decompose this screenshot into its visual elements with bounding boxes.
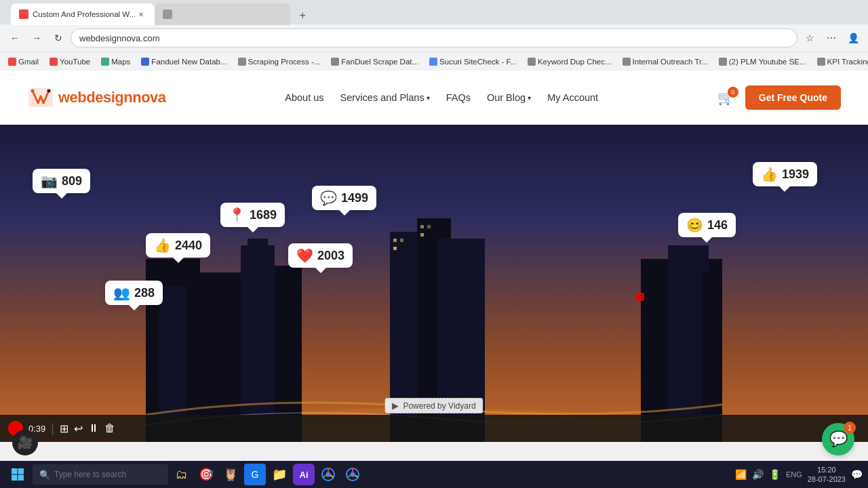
nav-faqs[interactable]: FAQs [446,92,471,103]
svg-rect-9 [248,239,268,245]
bubble-value: 288 [134,286,155,300]
bubble-value: 1939 [782,167,809,182]
system-clock: 15:20 28-07-2023 [808,465,846,485]
bubble-location: 📍 1689 [220,203,285,227]
bubble-value: 2440 [175,239,202,253]
logo-main: webdesign [58,89,132,106]
page-content: webdesignnova About us Services and Plan… [0,70,868,442]
extensions-button[interactable]: ⋯ [822,28,841,47]
nav-blog[interactable]: Our Blog ▾ [487,92,531,103]
nav-about[interactable]: About us [285,92,323,103]
pause-button[interactable]: ⏸ [88,422,99,434]
profile-button[interactable]: 👤 [844,28,863,47]
chrome2-icon [346,468,359,481]
taskbar-search[interactable]: 🔍 [33,464,168,485]
red-pin [636,293,644,301]
svg-rect-20 [427,225,431,228]
chat-icon: 💬 [829,430,848,448]
bookmark-scraping[interactable]: Scraping Process -... [235,56,323,67]
like-icon: 👍 [761,166,778,182]
svg-rect-7 [241,245,275,442]
happy-icon: 😊 [686,217,703,233]
scraping-favicon [238,58,246,66]
trash-icon[interactable]: 🗑 [104,422,115,434]
users-icon: 👥 [113,285,130,301]
taskbar-explorer[interactable]: 📁 [269,464,290,485]
taskbar-chrome[interactable] [317,464,339,485]
taskbar-chrome2[interactable] [342,464,363,485]
bookmark-label: Internal Outreach Tr... [633,58,708,66]
chat-badge: 1 [844,422,856,434]
logo-text: webdesignnova [58,89,166,106]
taskbar-ai[interactable]: Ai [293,464,315,485]
chat-widget[interactable]: 💬 1 [822,423,854,455]
tab-favicon [19,9,28,19]
reload-button[interactable]: ↻ [49,28,68,47]
bubble-value: 1689 [250,208,277,222]
active-tab[interactable]: Custom And Professional W... ✕ [11,3,155,25]
keyword-favicon [528,58,536,66]
bookmark-label: Maps [111,58,130,66]
vidyard-watermark: ▶ Powered by Vidyard [384,398,483,413]
taskbar-file-manager[interactable]: 🗂 [171,464,193,485]
screen-recorder-widget[interactable]: 🎥 [12,430,38,455]
tab-close-button[interactable]: ✕ [136,9,146,20]
bubble-thumbs: 👍 2440 [146,233,210,258]
bubble-value: 809 [62,174,82,188]
bookmark-gmail[interactable]: Gmail [5,56,41,67]
bookmark-kpi[interactable]: KPI Tracking – Sea S... [814,56,868,67]
youtube-favicon [50,58,58,66]
instagram-icon: 📷 [41,173,58,189]
bookmark-internal[interactable]: Internal Outreach Tr... [620,56,711,67]
svg-rect-25 [18,475,24,481]
plm-favicon [719,58,727,66]
bookmark-fanduel[interactable]: Fanduel New Datab... [138,56,229,67]
bookmark-label: Sucuri SiteCheck - F... [439,58,517,66]
bookmark-youtube[interactable]: YouTube [47,56,93,67]
undo-icon[interactable]: ↩ [74,422,83,435]
title-bar: Custom And Professional W... ✕ + [0,0,868,24]
bookmark-maps[interactable]: Maps [98,56,133,67]
internal-favicon [623,58,631,66]
taskbar-app4[interactable]: G [244,464,266,485]
kpi-favicon [817,58,825,66]
sucuri-favicon [429,58,437,66]
nav-account[interactable]: My Account [547,92,598,103]
bookmark-button[interactable]: ☆ [800,28,819,47]
bookmark-label: KPI Tracking – Sea S... [827,58,868,66]
svg-rect-19 [420,225,424,228]
address-bar[interactable]: webdesignnova.com [71,28,797,47]
search-input[interactable] [54,470,156,479]
bookmark-fanduel2[interactable]: FanDuel Scrape Dat... [328,56,421,67]
new-tab-button[interactable]: + [293,6,312,25]
bookmark-label: Keyword Dup Chec... [538,58,612,66]
svg-rect-23 [18,468,24,474]
battery-icon: 🔋 [769,469,781,480]
site-logo[interactable]: webdesignnova [27,84,166,111]
bubble-happy: 😊 146 [678,213,736,237]
tab2-favicon [163,9,172,19]
bookmark-plm[interactable]: (2) PLM Youtube SE... [716,56,809,67]
taskbar-app3[interactable]: 🦉 [220,464,241,485]
bubble-chat: 💬 1499 [312,186,376,210]
svg-rect-22 [12,468,18,474]
grid-icon[interactable]: ⊞ [60,422,68,435]
svg-rect-17 [400,239,403,242]
bookmark-sucuri[interactable]: Sucuri SiteCheck - F... [427,56,519,67]
chevron-down-icon-blog: ▾ [528,94,531,102]
start-button[interactable] [5,462,30,487]
cart-button[interactable]: 🛒 0 [717,89,734,106]
tab-bar: Custom And Professional W... ✕ + [5,3,317,25]
notification-icon[interactable]: 💬 [851,469,863,480]
nav-services[interactable]: Services and Plans ▾ [340,92,430,103]
hero-section: 📷 809 👍 1939 💬 1499 📍 1689 😊 146 👍 2440 … [0,125,868,442]
fanduel2-favicon [331,58,339,66]
tab-title: Custom And Professional W... [33,10,136,18]
forward-button[interactable]: → [27,28,46,47]
get-quote-button[interactable]: Get Free Quote [745,85,841,110]
bookmark-keyword[interactable]: Keyword Dup Chec... [525,56,614,67]
back-button[interactable]: ← [5,28,24,47]
camera-icon: 🎥 [18,435,33,450]
inactive-tab[interactable] [155,3,290,25]
taskbar-app2[interactable]: 🎯 [195,464,217,485]
